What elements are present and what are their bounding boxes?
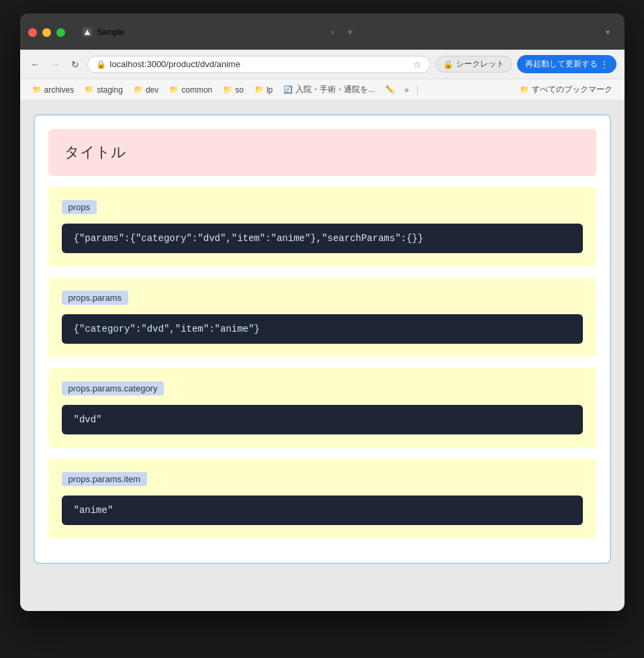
props-section-1: props {"params":{"category":"dvd","item"… [48, 187, 596, 267]
minimize-button[interactable] [42, 28, 51, 37]
new-tab-button[interactable]: + [340, 21, 360, 43]
bookmark-edit[interactable]: ✏️ [381, 84, 399, 95]
props-code-2: {"category":"dvd","item":"anime"} [62, 314, 583, 344]
bookmark-staging[interactable]: 📁 staging [81, 84, 127, 96]
sync-icon: 🔄 [283, 85, 293, 94]
bookmark-lp[interactable]: 📁 lp [250, 84, 277, 96]
restart-more-icon: ⋮ [600, 60, 608, 69]
refresh-button[interactable]: ↻ [68, 58, 82, 71]
bookmark-star-icon[interactable]: ☆ [413, 59, 422, 70]
address-text: localhost:3000/product/dvd/anime [110, 59, 409, 69]
folder-icon: 📁 [85, 85, 94, 94]
incognito-label: シークレット [456, 58, 504, 70]
incognito-badge: 🔒 シークレット [436, 56, 512, 73]
folder-icon: 📁 [32, 85, 42, 94]
props-badge-1: props [62, 200, 97, 214]
folder-icon: 📁 [223, 85, 232, 94]
bookmark-lp-label: lp [267, 85, 273, 95]
back-button[interactable]: ← [28, 58, 43, 71]
bookmarks-bar: 📁 archives 📁 staging 📁 dev 📁 common 📁 so… [20, 79, 625, 101]
title-section: タイトル [48, 129, 596, 176]
edit-icon: ✏️ [385, 85, 395, 94]
page-content: タイトル props {"params":{"category":"dvd","… [20, 101, 625, 611]
address-bar[interactable]: 🔒 localhost:3000/product/dvd/anime ☆ [87, 56, 430, 73]
close-button[interactable] [28, 28, 37, 37]
props-code-1: {"params":{"category":"dvd","item":"anim… [62, 224, 583, 253]
bookmark-dev[interactable]: 📁 dev [130, 84, 163, 96]
bookmark-hospital[interactable]: 🔄 入院・手術・通院を... [279, 83, 379, 97]
bookmark-dev-label: dev [146, 85, 158, 95]
folder-icon: 📁 [169, 85, 179, 94]
bookmark-hospital-label: 入院・手術・通院を... [295, 84, 375, 95]
browser-window: Sample × + ▾ ← → ↻ 🔒 localhost:3000/prod… [20, 13, 625, 611]
props-section-4: props.params.item "anime" [48, 459, 596, 538]
folder-all-icon: 📁 [520, 85, 529, 94]
tab-close-button[interactable]: × [330, 28, 334, 36]
incognito-icon: 🔒 [443, 60, 453, 69]
restart-label: 再起動して更新する [525, 58, 598, 70]
bookmark-common[interactable]: 📁 common [165, 84, 216, 96]
bookmark-archives-label: archives [44, 85, 75, 95]
folder-icon: 📁 [134, 85, 143, 94]
bookmark-archives[interactable]: 📁 archives [28, 84, 79, 96]
tab-chevron-icon[interactable]: ▾ [599, 23, 616, 42]
props-badge-3: props.params.category [62, 381, 165, 395]
props-badge-4: props.params.item [62, 472, 148, 486]
bookmarks-separator [417, 85, 418, 95]
folder-icon: 📁 [255, 85, 264, 94]
title-bar: Sample × + ▾ [20, 13, 625, 50]
lock-icon: 🔒 [96, 60, 106, 69]
bookmark-staging-label: staging [97, 85, 123, 95]
traffic-lights-row: Sample × + ▾ [28, 21, 616, 43]
props-badge-2: props.params [62, 291, 128, 305]
props-code-3: "dvd" [62, 405, 583, 434]
page-inner: タイトル props {"params":{"category":"dvd","… [34, 114, 611, 564]
bookmarks-more-button[interactable]: » [402, 84, 412, 96]
props-code-4: "anime" [62, 496, 583, 525]
bookmark-so[interactable]: 📁 so [219, 84, 248, 96]
bookmark-all-button[interactable]: 📁 すべてのブックマーク [516, 83, 616, 97]
props-section-2: props.params {"category":"dvd","item":"a… [48, 277, 596, 357]
bookmark-common-label: common [181, 85, 212, 95]
tab-favicon [83, 28, 92, 37]
restart-update-button[interactable]: 再起動して更新する ⋮ [517, 55, 616, 73]
svg-marker-0 [85, 30, 90, 35]
nav-bar: ← → ↻ 🔒 localhost:3000/product/dvd/anime… [20, 50, 625, 79]
tab-label: Sample [97, 28, 326, 37]
bookmark-so-label: so [235, 85, 244, 95]
forward-button[interactable]: → [48, 58, 63, 71]
page-title: タイトル [64, 142, 580, 162]
props-section-3: props.params.category "dvd" [48, 368, 596, 448]
bookmark-all-label: すべてのブックマーク [532, 84, 612, 95]
maximize-button[interactable] [56, 28, 65, 37]
